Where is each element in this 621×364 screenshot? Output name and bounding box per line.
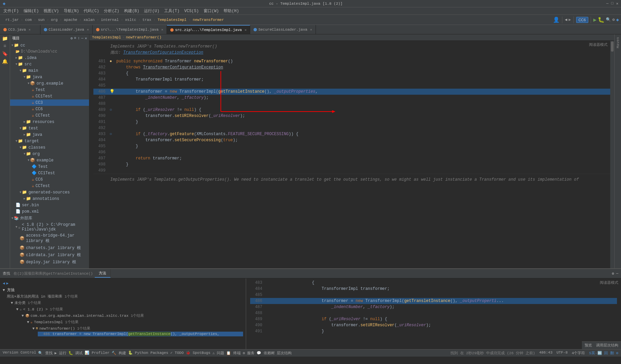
tree-item-test-t[interactable]: 🔷 Test bbox=[10, 163, 89, 170]
profiler-tab[interactable]: 📊 Profiler bbox=[85, 351, 109, 356]
tree-item-jdk18[interactable]: ▼ ☕ < 1.8 (2) > C:\Program Files\Java\jd… bbox=[10, 222, 89, 233]
toolbar-forward[interactable]: ▶ bbox=[568, 17, 571, 22]
menu-tools[interactable]: 工具(T) bbox=[162, 7, 182, 14]
expand-method[interactable]: ▼ bbox=[32, 327, 35, 331]
tree-item-access-bridge[interactable]: 📦 access-bridge-64.jar library 根 bbox=[10, 233, 89, 244]
cc6-button[interactable]: CC6 bbox=[576, 17, 588, 23]
toolbar-account[interactable]: 👤 bbox=[553, 17, 560, 23]
tree-item-cc1test-t[interactable]: 🔷 CC1Test bbox=[10, 170, 89, 176]
run-tab[interactable]: ▶ 运行 bbox=[55, 351, 66, 356]
tab-templates-src[interactable]: src\...\TemplatesImpl.java ✕ bbox=[93, 25, 167, 34]
tab-close-classloader[interactable]: ✕ bbox=[87, 28, 89, 32]
tree-item-orgexample[interactable]: ▼ 📦 org.example bbox=[10, 80, 89, 87]
breadcrumb-method[interactable]: newTransformer() bbox=[126, 35, 161, 39]
nav-xsltc[interactable]: xsltc bbox=[124, 18, 138, 22]
problems-tab[interactable]: ⚠ 问题 bbox=[212, 351, 224, 356]
build-tab[interactable]: 🔨 构建 bbox=[112, 351, 126, 356]
services-tab[interactable]: ⚙ 服务 bbox=[243, 351, 255, 356]
tree-item-main[interactable]: ▼ 📁 main bbox=[10, 67, 89, 74]
nav-com[interactable]: com bbox=[24, 18, 33, 22]
sidebar-structure-icon[interactable]: ≡ bbox=[3, 43, 6, 49]
expand-class[interactable]: ▼ bbox=[27, 320, 29, 324]
tree-item-cctest[interactable]: ☕ CCTest bbox=[10, 112, 89, 119]
expand-package[interactable]: ▼ bbox=[22, 314, 24, 318]
todo-tab[interactable]: ✓ TODO bbox=[170, 351, 184, 356]
sidebar-close-icon[interactable]: ✕ bbox=[85, 36, 87, 40]
tab-templates-zip[interactable]: src.zip\...\TemplatesImpl.java ✕ bbox=[167, 25, 250, 34]
sidebar-project-icon[interactable]: 📁 bbox=[2, 36, 8, 41]
nav-internal[interactable]: internal bbox=[99, 18, 120, 22]
bottom-close-icon[interactable]: — bbox=[616, 271, 618, 276]
nav-trax[interactable]: trax bbox=[141, 18, 152, 22]
nav-templatesimpl[interactable]: TemplatesImpl bbox=[156, 18, 188, 22]
tree-item-cc6[interactable]: ☕ CC6 bbox=[10, 106, 89, 112]
tree-item-extlibs[interactable]: ▼ 📚 外部库 bbox=[10, 215, 89, 222]
tab-close-secureclassloader[interactable]: ✕ bbox=[310, 28, 312, 32]
tree-item-cc1test[interactable]: ☕ CC1Test bbox=[10, 93, 89, 99]
tree-item-target[interactable]: ▼ 📁 target bbox=[10, 138, 89, 144]
spotbugs-tab[interactable]: 🐞 SpotBugs bbox=[186, 351, 210, 356]
reader-mode-button[interactable]: 阅读器模式 bbox=[589, 42, 608, 47]
toolbar-back[interactable]: ◀ bbox=[565, 17, 567, 22]
find-tab[interactable]: 🔍 查找 bbox=[38, 351, 53, 356]
menu-analyze[interactable]: 分析(Z) bbox=[102, 7, 121, 14]
run-button[interactable]: ▶ bbox=[593, 17, 597, 23]
sidebar-sort-icon[interactable]: ↕ bbox=[78, 36, 80, 40]
tab-secureclassloader[interactable]: SecureClassLoader.java ✕ bbox=[250, 25, 316, 34]
menu-help[interactable]: 帮助(H) bbox=[221, 7, 241, 14]
nav-xalan[interactable]: xalan bbox=[82, 18, 96, 22]
menu-file[interactable]: 文件(F) bbox=[1, 7, 21, 14]
sidebar-bookmark-icon[interactable]: 🔖 bbox=[2, 51, 8, 57]
version-control-tab[interactable]: Version Control bbox=[3, 351, 36, 356]
tree-item-src[interactable]: ▼ 📁 src bbox=[10, 61, 89, 67]
expand-jdk[interactable]: ▼ bbox=[16, 307, 19, 311]
tree-item-downloads[interactable]: 📂 D:\Downloads\cc bbox=[10, 49, 89, 55]
scrollbar-thumb[interactable] bbox=[611, 41, 614, 52]
menu-window[interactable]: 窗口(W) bbox=[202, 7, 221, 14]
tree-item-java[interactable]: ▼ 📁 java bbox=[10, 74, 89, 80]
code-editor[interactable]: Implements JAXP's Templates.newTransform… bbox=[89, 41, 614, 268]
tab-classloader[interactable]: ClassLoader.java ✕ bbox=[40, 25, 93, 34]
close-button[interactable]: ✕ bbox=[616, 1, 618, 6]
menu-run[interactable]: 运行(U) bbox=[142, 7, 161, 14]
tab-close-cc3[interactable]: ✕ bbox=[29, 28, 31, 32]
bottom-reader-mode[interactable]: 阅读器模式 bbox=[600, 280, 618, 286]
tab-close-templates-src[interactable]: ✕ bbox=[161, 28, 163, 32]
sidebar-notification-icon[interactable]: 🔔 bbox=[2, 59, 8, 64]
menu-edit[interactable]: 编辑(E) bbox=[22, 7, 41, 14]
bottom-tab-method[interactable]: 方法 bbox=[95, 269, 111, 278]
forward-icon[interactable]: ▶ bbox=[6, 281, 9, 285]
tree-item-annotations[interactable]: ▶ 📁 annotations bbox=[10, 195, 89, 202]
debug-button[interactable]: 🐛 bbox=[598, 17, 604, 23]
toolbar-search[interactable]: 🔍 bbox=[606, 17, 611, 22]
tree-item-test-dir[interactable]: ▼ 📁 test bbox=[10, 125, 89, 131]
menu-vcs[interactable]: VCS(S) bbox=[182, 8, 201, 14]
call-hierarchy-btn[interactable]: 调用层次结构 bbox=[596, 342, 618, 348]
back-icon[interactable]: ◀ bbox=[3, 281, 5, 285]
tree-item-charsets[interactable]: 📦 charsets.jar library 根 bbox=[10, 244, 89, 251]
expand-unclassified[interactable]: ▼ bbox=[11, 301, 13, 305]
nav-sun[interactable]: sun bbox=[37, 18, 46, 22]
deptree-tab[interactable]: 💬 依赖树 bbox=[257, 351, 275, 356]
tree-item-cc3file[interactable]: ☕ CC3 bbox=[10, 99, 89, 106]
terminal-tab[interactable]: 📋 终端 bbox=[226, 351, 241, 356]
tree-item-cc6-t[interactable]: ☕ CC6 bbox=[10, 176, 89, 183]
tree-item-pom[interactable]: 📄 pom.xml bbox=[10, 208, 89, 215]
nav-newtransformer[interactable]: newTransformer bbox=[191, 18, 225, 22]
plugin-icon[interactable]: S英·🔤 回 翻 ⚙ bbox=[589, 351, 618, 356]
python-tab[interactable]: 🐍 Python Packages bbox=[128, 351, 169, 356]
tree-item-cc[interactable]: ▼ 📁 cc bbox=[10, 42, 89, 49]
code-container[interactable]: Implements JAXP's Templates.newTransform… bbox=[89, 41, 614, 268]
debug-tab[interactable]: 🐛 调试 bbox=[68, 351, 83, 356]
sidebar-list-icon[interactable]: ≡ bbox=[74, 36, 77, 40]
tree-item-testjava[interactable]: ▶ 📁 java bbox=[10, 131, 89, 138]
menu-navigate[interactable]: 导航(N) bbox=[62, 7, 81, 14]
tree-item-deploy[interactable]: 📦 deploy.jar library 根 bbox=[10, 259, 89, 266]
window-controls[interactable]: — □ ✕ bbox=[606, 1, 618, 6]
tree-item-cldrdata[interactable]: 📦 cldrdata.jar library 根 bbox=[10, 251, 89, 259]
minimize-button[interactable]: — bbox=[606, 1, 609, 6]
tree-item-classes[interactable]: ▼ 📁 classes bbox=[10, 144, 89, 151]
tree-item-example-t[interactable]: ▼ 📦 example bbox=[10, 157, 89, 163]
bottom-gear-icon[interactable]: ⚙ bbox=[612, 271, 614, 276]
tree-item-test[interactable]: ☕ Test bbox=[10, 87, 89, 93]
